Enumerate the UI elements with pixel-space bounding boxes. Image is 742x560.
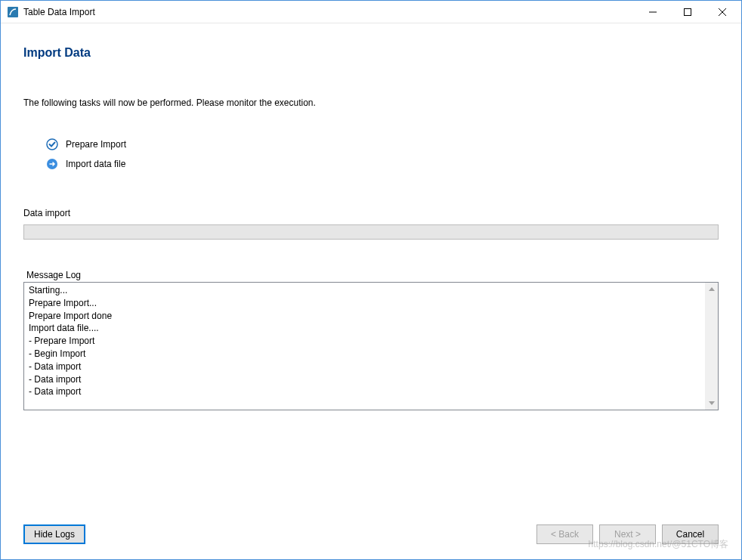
log-line: Prepare Import done [29, 310, 700, 323]
close-button[interactable] [705, 1, 740, 23]
next-button[interactable]: Next > [599, 524, 656, 544]
app-icon [7, 6, 19, 18]
instruction-text: The following tasks will now be performe… [23, 97, 719, 108]
task-label: Prepare Import [66, 139, 126, 150]
close-icon [719, 8, 726, 16]
message-log-content: Starting...Prepare Import...Prepare Impo… [24, 283, 705, 410]
task-item-import: Import data file [46, 158, 719, 170]
back-button[interactable]: < Back [536, 524, 593, 544]
maximize-icon [684, 8, 691, 16]
minimize-button[interactable] [635, 1, 670, 23]
scrollbar[interactable] [705, 283, 718, 410]
progress-bar [23, 224, 719, 240]
log-line: - Prepare Import [29, 335, 700, 348]
log-line: - Data import [29, 360, 700, 373]
maximize-button[interactable] [670, 1, 705, 23]
window-controls [635, 1, 740, 23]
page-heading: Import Data [23, 46, 719, 60]
task-item-prepare: Prepare Import [46, 138, 719, 150]
hide-logs-button[interactable]: Hide Logs [23, 524, 85, 544]
log-line: - Begin Import [29, 348, 700, 360]
log-line: Prepare Import... [29, 297, 700, 310]
message-log-section: Message Log Starting...Prepare Import...… [23, 270, 719, 472]
log-line: - Data import [29, 385, 700, 398]
log-line: - Data import [29, 373, 700, 386]
cancel-button[interactable]: Cancel [662, 524, 719, 544]
log-line: Import data file.... [29, 322, 700, 335]
checkmark-icon [46, 138, 58, 150]
running-icon [46, 158, 58, 170]
message-log-label: Message Log [26, 270, 719, 280]
wizard-content: Import Data The following tasks will now… [1, 23, 741, 559]
svg-rect-2 [685, 8, 691, 15]
progress-label: Data import [23, 208, 719, 218]
window-title: Table Data Import [23, 7, 635, 17]
task-list: Prepare Import Import data file [46, 138, 719, 178]
task-label: Import data file [66, 159, 125, 169]
scroll-up-icon [706, 284, 716, 294]
minimize-icon [649, 8, 657, 16]
scroll-down-icon [706, 398, 716, 408]
button-row: Hide Logs < Back Next > Cancel [23, 494, 719, 544]
log-line: Starting... [29, 284, 700, 297]
svg-rect-0 [8, 7, 18, 17]
message-log-box: Starting...Prepare Import...Prepare Impo… [23, 282, 719, 410]
progress-section: Data import [23, 208, 719, 240]
titlebar: Table Data Import [1, 1, 741, 23]
